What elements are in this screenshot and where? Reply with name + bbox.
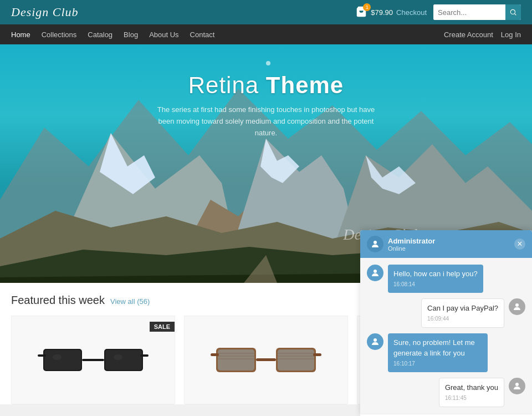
product-card-1[interactable]: SALE — [11, 316, 175, 404]
admin-avatar-3 — [367, 333, 383, 350]
message-bubble-4: Great, thank you 16:11:45 — [439, 378, 504, 407]
chat-message-1: Hello, how can i help you? 16:08:14 — [367, 265, 525, 293]
svg-rect-19 — [105, 350, 142, 370]
view-all-link[interactable]: View all (56) — [110, 297, 150, 306]
cart-badge: 1 — [363, 3, 371, 11]
chat-input-area — [360, 414, 532, 416]
user-avatar-2 — [509, 298, 525, 315]
message-bubble-2: Can I pay via PayPal? 16:09:44 — [421, 298, 504, 328]
featured-title: Featured this week — [11, 294, 105, 307]
chat-message-3: Sure, no problem! Let me generate a link… — [367, 333, 525, 372]
checkout-link[interactable]: Checkout — [396, 8, 427, 17]
svg-rect-20 — [38, 354, 46, 357]
sale-badge: SALE — [150, 322, 175, 332]
nav-contact[interactable]: Contact — [190, 31, 215, 39]
admin-name: Administrator — [388, 237, 435, 245]
svg-point-52 — [515, 383, 519, 386]
user-avatar-4 — [509, 378, 525, 394]
top-bar: Design Club 1 $79.90 Checkout — [0, 0, 532, 24]
nav-catalog[interactable]: Catalog — [88, 31, 112, 39]
hero-title: Retina Theme — [0, 72, 532, 99]
search-input[interactable] — [433, 4, 505, 20]
svg-rect-32 — [313, 353, 321, 356]
nav-login[interactable]: Log In — [501, 31, 521, 39]
chat-header: Administrator Online × — [360, 230, 532, 258]
admin-status: Online — [388, 245, 435, 252]
svg-point-48 — [374, 241, 377, 244]
admin-avatar-header — [367, 236, 383, 252]
hero-subtitle: The series at first had some finishing t… — [150, 104, 382, 139]
chat-close-button[interactable]: × — [514, 239, 525, 250]
nav-bar: Home Collections Catalog Blog About Us C… — [0, 24, 532, 44]
svg-point-0 — [510, 9, 515, 14]
svg-line-1 — [515, 14, 516, 16]
nav-create-account[interactable]: Create Account — [444, 31, 493, 39]
chat-messages: Hello, how can i help you? 16:08:14 Can … — [360, 258, 532, 414]
nav-home[interactable]: Home — [11, 31, 30, 39]
svg-rect-27 — [256, 358, 276, 361]
message-bubble-3: Sure, no problem! Let me generate a link… — [388, 333, 488, 372]
admin-avatar-1 — [367, 265, 383, 281]
nav-collections[interactable]: Collections — [42, 31, 77, 39]
nav-blog[interactable]: Blog — [124, 31, 138, 39]
chat-message-4: Great, thank you 16:11:45 — [367, 378, 525, 407]
chat-widget: Administrator Online × Hello, how can i … — [360, 230, 532, 416]
cart-icon[interactable]: 1 — [355, 6, 367, 19]
svg-rect-21 — [140, 354, 149, 357]
svg-rect-30 — [278, 349, 314, 371]
svg-point-50 — [515, 303, 519, 307]
cart-price: $79.90 — [371, 8, 393, 17]
search-form — [433, 4, 521, 20]
svg-point-49 — [374, 270, 377, 273]
chat-message-2: Can I pay via PayPal? 16:09:44 — [367, 298, 525, 328]
svg-point-23 — [114, 354, 122, 360]
svg-rect-17 — [82, 359, 104, 361]
search-button[interactable] — [505, 4, 521, 20]
product-card-2[interactable] — [184, 316, 348, 404]
svg-point-51 — [374, 338, 377, 342]
message-bubble-1: Hello, how can i help you? 16:08:14 — [388, 265, 483, 293]
hero-moon — [266, 61, 270, 65]
svg-rect-16 — [44, 350, 81, 370]
svg-point-22 — [53, 354, 62, 360]
hero-content: Retina Theme The series at first had som… — [0, 72, 532, 139]
nav-about-us[interactable]: About Us — [149, 31, 178, 39]
svg-rect-26 — [218, 349, 254, 371]
svg-rect-31 — [211, 353, 219, 356]
logo: Design Club — [11, 5, 79, 19]
